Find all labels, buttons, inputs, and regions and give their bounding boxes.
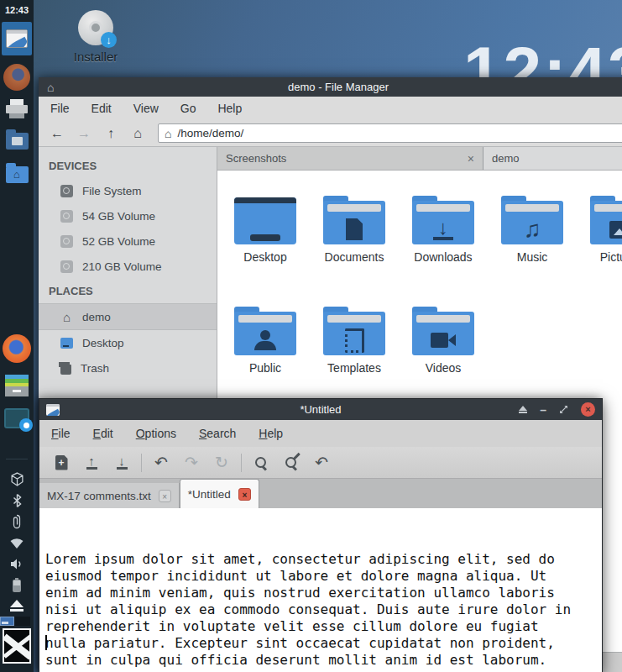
tab-close-icon[interactable]: × (159, 490, 171, 502)
dock-item-printer[interactable] (0, 99, 34, 119)
battery-icon[interactable] (0, 580, 34, 592)
tab-close-icon[interactable]: × (238, 488, 251, 501)
folder-documents[interactable]: Documents (310, 192, 399, 303)
featherpad-icon (46, 404, 60, 416)
installer-desktop-icon[interactable]: ↓ Installer (55, 10, 136, 64)
tab-label: Screenshots (226, 152, 286, 165)
dock-item-screenshot-tool[interactable] (0, 408, 34, 428)
folder-label: Templates (327, 361, 381, 375)
dock-item-text-editor[interactable] (2, 22, 32, 55)
toolbar-separator (241, 454, 242, 472)
text-cursor (45, 635, 47, 650)
folder-downloads[interactable]: ↓ Downloads (399, 192, 488, 303)
sidebar-item-volume-52[interactable]: 52 GB Volume (39, 228, 217, 254)
sidebar-item-file-system[interactable]: File System (39, 178, 217, 203)
sidebar-item-label: Desktop (82, 337, 124, 349)
editor-toolbar: + ↑ ↓ ↶ ↷ ↻ ↷ (39, 447, 602, 479)
shade-button[interactable] (519, 406, 527, 414)
tab-close-icon[interactable]: × (468, 152, 474, 165)
close-button[interactable]: × (581, 402, 595, 417)
workspace-switcher[interactable] (0, 616, 34, 626)
editor-menubar: File Edit Options Search Help (39, 420, 602, 447)
fm-menu-help[interactable]: Help (217, 102, 242, 115)
fm-menu-view[interactable]: View (133, 102, 159, 115)
toolbar-separator (141, 454, 142, 472)
tray-package-icon[interactable] (0, 472, 34, 486)
editor-menu-options[interactable]: Options (136, 427, 176, 440)
sidebar-item-demo[interactable]: ⌂ demo (39, 303, 217, 330)
open-file-button[interactable]: ↑ (76, 450, 107, 475)
restore-button[interactable] (559, 405, 568, 414)
undo-button[interactable]: ↶ (146, 450, 176, 475)
music-folder-icon: ♫ (501, 196, 563, 244)
folder-label: Documents (325, 250, 384, 264)
sidebar-item-volume-54[interactable]: 54 GB Volume (39, 203, 217, 228)
dock-item-images-folder[interactable] (0, 133, 34, 150)
jump-to-button[interactable]: ↷ (306, 450, 337, 475)
save-file-button[interactable]: ↓ (107, 450, 137, 475)
tab-label: *Untitled (188, 488, 231, 501)
dock-clock: 12:43 (0, 5, 34, 15)
fm-menu-go[interactable]: Go (180, 102, 196, 115)
firefox-icon (3, 64, 30, 91)
printer-icon (6, 99, 28, 119)
home-button[interactable]: ⌂ (126, 126, 149, 141)
dock-item-home-folder[interactable]: ⌂ (0, 166, 34, 183)
sidebar-item-volume-210[interactable]: 210 GB Volume (39, 254, 217, 279)
reload-button[interactable]: ↻ (206, 450, 237, 475)
fm-tab-demo[interactable]: demo (483, 147, 622, 170)
folder-music[interactable]: ♫ Music (488, 192, 577, 303)
editor-menu-file[interactable]: File (51, 427, 71, 440)
paperclip-icon[interactable] (0, 514, 34, 529)
folder-desktop[interactable]: Desktop (221, 192, 310, 303)
fm-titlebar[interactable]: ⌂ demo - File Manager (39, 77, 622, 97)
folder-label: Desktop (243, 250, 286, 264)
editor-text-area[interactable]: Lorem ipsum dolor sit amet, consectetur … (39, 508, 602, 672)
eject-icon[interactable] (0, 600, 34, 612)
folder-pictures[interactable]: Pictures (577, 192, 622, 303)
editor-tabbar: MX-17 comments.txt × *Untitled × (39, 479, 602, 508)
folder-label: Pictures (600, 250, 622, 264)
home-folder-icon: ⌂ (6, 166, 29, 183)
editor-menu-help[interactable]: Help (259, 427, 283, 440)
fm-toolbar: ← → ↑ ⌂ ⌂ /home/demo/ (39, 120, 622, 147)
editor-menu-search[interactable]: Search (199, 427, 236, 440)
fm-tabbar: Screenshots × demo (217, 147, 622, 171)
redo-button[interactable]: ↷ (176, 450, 206, 475)
path-bar[interactable]: ⌂ /home/demo/ (158, 123, 622, 143)
forward-button[interactable]: → (72, 126, 96, 141)
up-button[interactable]: ↑ (99, 126, 123, 141)
dock-item-xterm[interactable] (0, 628, 34, 664)
dock-item-firefox-launcher[interactable] (0, 64, 34, 91)
fm-menubar: File Edit View Go Help (39, 97, 622, 120)
sidebar-item-trash[interactable]: Trash (39, 355, 217, 381)
videos-folder-icon (412, 307, 474, 355)
installer-label: Installer (55, 50, 136, 64)
dock-item-package-manager[interactable] (0, 375, 34, 396)
minimize-button[interactable]: – (540, 406, 546, 414)
editor-tab-untitled[interactable]: *Untitled × (180, 479, 259, 508)
wifi-icon[interactable] (0, 538, 34, 549)
desktop-icon (60, 338, 73, 349)
downloads-folder-icon: ↓ (412, 196, 474, 244)
volume-icon[interactable] (0, 558, 34, 570)
tab-label: demo (492, 152, 520, 165)
fm-tab-screenshots[interactable]: Screenshots × (217, 147, 483, 170)
sidebar-item-desktop[interactable]: Desktop (39, 330, 217, 355)
bluetooth-icon[interactable] (0, 494, 34, 507)
new-document-button[interactable]: + (46, 450, 76, 475)
find-button[interactable] (246, 450, 276, 475)
editor-tab-mx17-comments[interactable]: MX-17 comments.txt × (39, 483, 180, 508)
package-manager-icon (5, 375, 29, 396)
find-replace-button[interactable] (276, 450, 306, 475)
dock-item-firefox-running[interactable] (0, 334, 34, 363)
fm-menu-file[interactable]: File (50, 102, 70, 115)
editor-menu-edit[interactable]: Edit (93, 427, 113, 440)
path-home-icon: ⌂ (165, 127, 171, 140)
back-button[interactable]: ← (45, 126, 69, 141)
fm-menu-edit[interactable]: Edit (91, 102, 112, 115)
sidebar-item-label: demo (82, 311, 111, 323)
editor-titlebar[interactable]: *Untitled – × (39, 399, 602, 420)
trash-icon (60, 362, 71, 375)
x11-logo-icon (3, 628, 31, 664)
